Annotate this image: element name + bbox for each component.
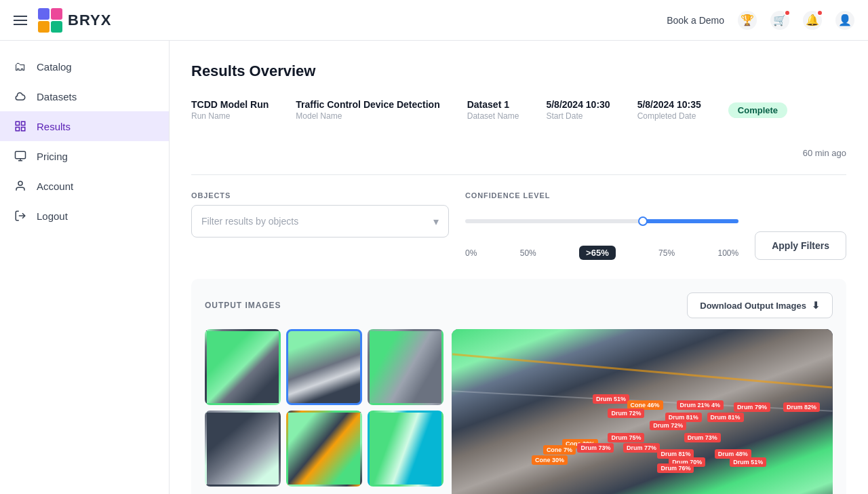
start-date-item: 5/8/2024 10:30 Start Date <box>546 99 610 121</box>
sidebar-label-pricing: Pricing <box>37 151 68 162</box>
book-demo-link[interactable]: Book a Demo <box>667 15 724 26</box>
confidence-filter-group: CONFIDENCE LEVEL 0% 50% >65% 75% 100% <box>465 191 738 260</box>
svg-rect-1 <box>22 121 25 125</box>
sidebar-label-results: Results <box>37 121 71 132</box>
svg-rect-3 <box>16 128 19 131</box>
logo-grid-icon <box>38 8 62 33</box>
slider-label-0: 0% <box>465 248 477 258</box>
sidebar-item-datasets[interactable]: Datasets <box>0 81 169 111</box>
hamburger-menu[interactable] <box>14 16 27 25</box>
thumbnail-4[interactable] <box>205 411 281 487</box>
run-name-label: Run Name <box>191 111 269 121</box>
sidebar-item-logout[interactable]: Logout <box>0 201 169 231</box>
main-image-display: Drum 51% Cone 46% Drum 72% Drum 21% 4% D… <box>452 329 833 494</box>
topbar-right: Book a Demo 🏆 🛒 🔔 👤 <box>667 11 854 30</box>
notification-badge <box>816 10 823 16</box>
detection-drum-21: Drum 21% 4% <box>677 400 724 410</box>
slider-thumb[interactable] <box>638 216 648 226</box>
status-badge: Complete <box>728 102 787 118</box>
detection-drum-73a: Drum 73% <box>684 433 721 442</box>
slider-labels: 0% 50% >65% 75% 100% <box>465 246 738 260</box>
slider-fill <box>643 219 738 223</box>
run-name-item: TCDD Model Run Run Name <box>191 99 269 121</box>
detection-drum-82: Drum 82% <box>783 402 820 412</box>
trophy-icon[interactable]: 🏆 <box>738 11 757 30</box>
thumbnail-2[interactable] <box>286 329 362 405</box>
run-name-value: TCDD Model Run <box>191 99 269 110</box>
dataset-value: Dataset 1 <box>467 99 519 110</box>
detection-drum-51: Drum 51% <box>593 394 629 404</box>
slider-label-active: >65% <box>579 246 616 260</box>
download-output-button[interactable]: Download Output Images ⬇ <box>687 292 833 318</box>
slider-track <box>465 219 738 223</box>
sidebar-item-results[interactable]: Results <box>0 111 169 141</box>
detection-drum-79: Drum 79% <box>734 402 770 412</box>
sidebar-label-catalog: Catalog <box>37 61 72 73</box>
results-icon <box>14 119 27 133</box>
logo-text: BRYX <box>68 12 111 29</box>
sidebar-item-catalog[interactable]: 🗂 Catalog <box>0 52 169 81</box>
logo: BRYX <box>38 8 111 33</box>
logo-cell-2 <box>51 8 62 20</box>
output-label: OUTPUT IMAGES <box>205 301 281 310</box>
user-avatar[interactable]: 👤 <box>835 11 854 30</box>
thumbnail-5[interactable] <box>286 411 362 487</box>
datasets-icon <box>14 90 27 103</box>
download-icon: ⬇ <box>812 300 820 311</box>
detection-cone-30: Cone 30% <box>532 455 568 465</box>
apply-filters-button[interactable]: Apply Filters <box>755 231 846 260</box>
objects-filter-label: OBJECTS <box>191 191 449 200</box>
sidebar: 🗂 Catalog Datasets Results <box>0 41 170 494</box>
slider-label-100: 100% <box>717 248 738 258</box>
completed-date-label: Completed Date <box>637 111 701 121</box>
page-title: Results Overview <box>191 62 846 80</box>
detection-cone-7: Cone 7% <box>543 445 576 455</box>
sidebar-label-datasets: Datasets <box>37 91 77 102</box>
detection-drum-81b: Drum 81% <box>707 413 744 422</box>
thumbnail-1[interactable] <box>205 329 281 405</box>
cart-icon[interactable]: 🛒 <box>770 11 789 30</box>
logo-cell-1 <box>38 8 50 20</box>
completed-date-value: 5/8/2024 10:35 <box>637 99 701 110</box>
svg-rect-2 <box>22 128 25 131</box>
detection-drum-72b: Drum 72% <box>650 421 686 430</box>
main-layout: 🗂 Catalog Datasets Results <box>0 41 868 494</box>
chevron-down-icon: ▾ <box>433 215 439 228</box>
svg-rect-4 <box>16 151 26 159</box>
detection-drum-72a: Drum 72% <box>608 408 644 418</box>
logo-cell-4 <box>51 21 62 33</box>
objects-placeholder: Filter results by objects <box>201 216 298 227</box>
account-icon <box>14 179 27 193</box>
confidence-filter-label: CONFIDENCE LEVEL <box>465 191 738 200</box>
topbar: BRYX Book a Demo 🏆 🛒 🔔 👤 <box>0 0 868 41</box>
objects-select[interactable]: Filter results by objects ▾ <box>191 205 449 238</box>
dataset-label: Dataset Name <box>467 111 519 121</box>
time-ago: 60 min ago <box>803 148 846 158</box>
logout-icon <box>14 209 27 223</box>
main-image-container: Drum 51% Cone 46% Drum 72% Drum 21% 4% D… <box>452 329 833 494</box>
cart-badge <box>784 10 791 16</box>
model-name-label: Model Name <box>296 111 439 121</box>
model-name-item: Traffic Control Device Detection Model N… <box>296 99 439 121</box>
start-date-value: 5/8/2024 10:30 <box>546 99 610 110</box>
thumbnail-3[interactable] <box>368 329 443 405</box>
sidebar-item-account[interactable]: Account <box>0 171 169 201</box>
detection-drum-76: Drum 76% <box>657 463 694 473</box>
detection-drum-77: Drum 77% <box>623 443 660 453</box>
confidence-slider[interactable] <box>465 205 738 238</box>
slider-label-75: 75% <box>658 248 675 258</box>
output-header: OUTPUT IMAGES Download Output Images ⬇ <box>205 292 833 318</box>
run-info-bar: TCDD Model Run Run Name Traffic Control … <box>191 99 846 175</box>
thumbnail-6[interactable] <box>368 411 443 487</box>
detection-drum-73b: Drum 73% <box>577 443 614 453</box>
bell-icon[interactable]: 🔔 <box>803 11 822 30</box>
slider-label-50: 50% <box>520 248 536 258</box>
topbar-left: BRYX <box>14 8 111 33</box>
svg-point-7 <box>18 181 22 185</box>
sidebar-item-pricing[interactable]: Pricing <box>0 141 169 171</box>
main-content: Results Overview TCDD Model Run Run Name… <box>170 41 868 494</box>
completed-date-item: 5/8/2024 10:35 Completed Date <box>637 99 701 121</box>
start-date-label: Start Date <box>546 111 610 121</box>
pricing-icon <box>14 149 27 163</box>
output-section: OUTPUT IMAGES Download Output Images ⬇ <box>191 279 846 494</box>
